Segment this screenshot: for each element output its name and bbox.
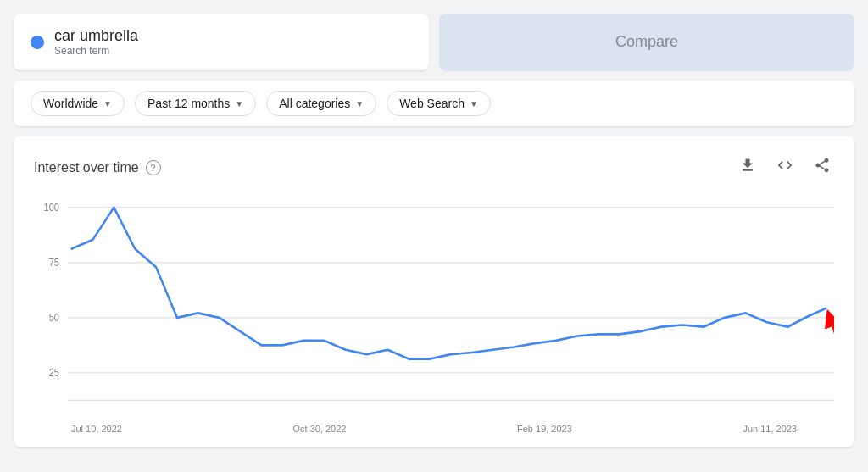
filters-bar: Worldwide ▼ Past 12 months ▼ All categor… [14,81,854,126]
x-label-1: Jul 10, 2022 [71,424,122,434]
svg-text:25: 25 [49,368,59,379]
search-type-filter[interactable]: Web Search ▼ [387,91,491,116]
embed-icon [776,157,793,174]
download-button[interactable] [736,153,760,181]
interest-chart: 100 75 50 25 [34,198,834,419]
chart-actions [736,153,834,181]
chart-title: Interest over time [34,160,139,175]
embed-button[interactable] [773,153,797,181]
search-term-dot [31,36,44,49]
svg-text:100: 100 [44,203,59,214]
x-label-3: Feb 19, 2023 [517,424,572,434]
chevron-down-icon: ▼ [470,99,478,108]
location-filter[interactable]: Worldwide ▼ [31,91,125,116]
chart-card: Interest over time ? [14,136,854,447]
help-icon[interactable]: ? [146,160,161,175]
time-range-filter-label: Past 12 months [147,97,230,110]
top-section: car umbrella Search term Compare [14,14,854,70]
search-type-filter-label: Web Search [399,97,465,110]
time-range-filter[interactable]: Past 12 months ▼ [135,91,256,116]
chart-header: Interest over time ? [34,153,834,181]
x-label-2: Oct 30, 2022 [292,424,346,434]
chart-area: 100 75 50 25 [34,198,834,419]
location-filter-label: Worldwide [43,97,98,110]
chevron-down-icon: ▼ [355,99,364,108]
category-filter-label: All categories [279,97,350,110]
term-label: Search term [54,45,138,57]
chevron-down-icon: ▼ [103,99,112,108]
share-button[interactable] [810,153,834,181]
term-name: car umbrella [54,27,138,45]
chevron-down-icon: ▼ [235,99,243,108]
compare-card[interactable]: Compare [439,14,854,70]
x-label-4: Jun 11, 2023 [743,424,797,434]
x-labels: Jul 10, 2022 Oct 30, 2022 Feb 19, 2023 J… [34,419,834,434]
search-term-card: car umbrella Search term [14,14,429,70]
share-icon [814,157,831,174]
category-filter[interactable]: All categories ▼ [266,91,376,116]
search-term-text: car umbrella Search term [54,27,138,57]
compare-label: Compare [615,33,678,51]
chart-title-group: Interest over time ? [34,160,161,175]
svg-text:75: 75 [49,258,59,269]
download-icon [739,157,756,174]
svg-text:50: 50 [49,313,59,324]
